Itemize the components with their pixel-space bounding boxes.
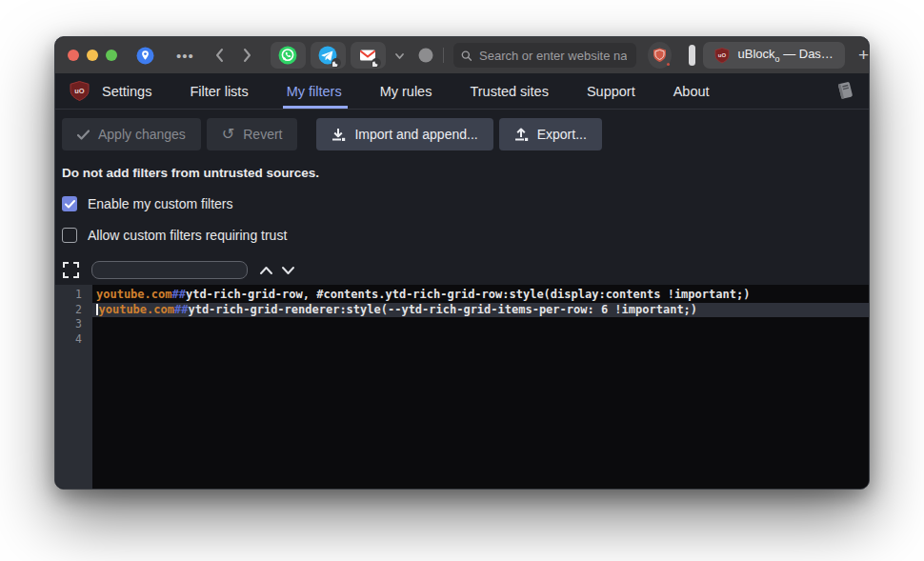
- ublock-dashboard: uO Settings Filter lists My filters My r…: [55, 73, 869, 489]
- check-icon: [77, 130, 90, 140]
- line-number: 4: [55, 332, 82, 348]
- editor-search-input[interactable]: [91, 261, 248, 279]
- import-download-icon: [331, 128, 346, 142]
- tab-support[interactable]: Support: [587, 73, 635, 109]
- allow-trusted-filters-checkbox[interactable]: [62, 228, 77, 243]
- tab-trusted-sites[interactable]: Trusted sites: [470, 73, 548, 109]
- dashboard-tab-bar: uO Settings Filter lists My filters My r…: [55, 73, 869, 110]
- filter-line-active[interactable]: youtube.com##ytd-rich-grid-renderer:styl…: [92, 303, 869, 318]
- telegram-icon[interactable]: [311, 42, 346, 69]
- line-number: 3: [55, 317, 82, 332]
- dashboard-tabs: Settings Filter lists My filters My rule…: [102, 73, 710, 109]
- svg-text:uO: uO: [74, 86, 85, 94]
- desktop: •••: [0, 0, 924, 561]
- expand-editor-icon[interactable]: [62, 261, 80, 279]
- filters-code-editor[interactable]: 1 2 3 4 youtube.com##ytd-rich-grid-row, …: [55, 285, 869, 489]
- filter-line[interactable]: [92, 317, 869, 332]
- tab-my-filters[interactable]: My filters: [287, 73, 342, 109]
- tab-settings[interactable]: Settings: [102, 73, 151, 109]
- active-browser-tab[interactable]: uO uBlocko — Das…: [703, 42, 844, 69]
- back-icon[interactable]: [211, 47, 229, 64]
- tab-title: uBlocko — Das…: [737, 47, 833, 64]
- svg-text:uO: uO: [718, 51, 727, 57]
- find-next-icon[interactable]: [281, 265, 295, 276]
- new-tab-button[interactable]: +: [858, 45, 869, 66]
- chevron-down-icon[interactable]: [393, 50, 406, 62]
- tab-filter-lists[interactable]: Filter lists: [190, 73, 248, 109]
- filter-line[interactable]: [92, 332, 869, 348]
- line-number: 2: [55, 303, 82, 318]
- export-button[interactable]: Export...: [499, 118, 602, 150]
- revert-button[interactable]: ↺ Revert: [207, 118, 298, 150]
- pinned-tab-stub[interactable]: [689, 45, 696, 66]
- checkbox-label: Enable my custom filters: [88, 196, 233, 211]
- checkmark-icon: [65, 200, 75, 209]
- close-window-button[interactable]: [68, 50, 79, 61]
- toolbar-divider: [443, 48, 444, 63]
- ublock-favicon: uO: [714, 48, 730, 64]
- search-icon: [461, 50, 472, 62]
- tab-sleep-moon-icon: [331, 58, 341, 68]
- filter-line[interactable]: youtube.com##ytd-rich-grid-row, #content…: [92, 288, 869, 303]
- allow-trusted-filters-row: Allow custom filters requiring trust: [62, 228, 869, 243]
- line-number-gutter: 1 2 3 4: [55, 285, 92, 489]
- browser-toolbar: •••: [55, 37, 869, 73]
- more-menu-icon[interactable]: •••: [176, 48, 194, 64]
- address-bar[interactable]: [453, 43, 636, 68]
- tab-group-circle-icon[interactable]: [418, 48, 433, 63]
- enable-custom-filters-checkbox[interactable]: [62, 196, 77, 211]
- apply-changes-button[interactable]: Apply changes: [62, 118, 201, 150]
- zoom-window-button[interactable]: [106, 50, 117, 61]
- revert-icon: ↺: [222, 127, 234, 142]
- text-cursor: [96, 304, 98, 315]
- location-pin-icon[interactable]: [136, 47, 154, 65]
- filters-action-bar: Apply changes ↺ Revert Import and append…: [62, 118, 869, 150]
- ublock-logo-icon: uO: [70, 81, 90, 102]
- tab-my-rules[interactable]: My rules: [380, 73, 432, 109]
- find-previous-icon[interactable]: [259, 265, 273, 276]
- export-upload-icon: [514, 128, 529, 142]
- tab-about[interactable]: About: [673, 73, 710, 109]
- documentation-book-icon[interactable]: [834, 80, 855, 101]
- checkbox-label: Allow custom filters requiring trust: [88, 228, 287, 243]
- ublock-extension-icon[interactable]: [648, 42, 672, 69]
- editor-toolbar: [62, 261, 869, 279]
- untrusted-sources-warning: Do not add filters from untrusted source…: [62, 166, 869, 180]
- browser-window: •••: [54, 36, 870, 490]
- extension-badge-dot: [667, 63, 670, 66]
- line-number: 1: [55, 288, 82, 303]
- search-input[interactable]: [477, 48, 629, 64]
- traffic-lights: [68, 50, 117, 61]
- tab-sleep-moon-icon: [372, 58, 381, 68]
- minimize-window-button[interactable]: [87, 50, 98, 61]
- enable-custom-filters-row: Enable my custom filters: [62, 196, 869, 211]
- import-append-button[interactable]: Import and append...: [316, 118, 492, 150]
- gmail-icon[interactable]: [351, 42, 386, 69]
- whatsapp-icon[interactable]: [271, 42, 306, 69]
- forward-icon[interactable]: [238, 47, 255, 64]
- code-area[interactable]: youtube.com##ytd-rich-grid-row, #content…: [92, 285, 869, 489]
